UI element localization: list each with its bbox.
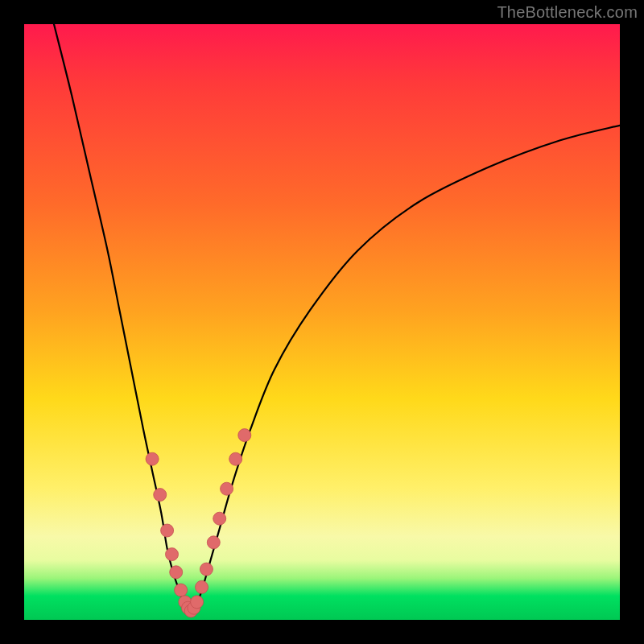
data-marker bbox=[200, 563, 213, 576]
data-marker bbox=[146, 452, 159, 465]
marker-group bbox=[146, 429, 251, 617]
data-marker bbox=[175, 584, 188, 597]
data-marker bbox=[161, 524, 174, 537]
data-marker bbox=[238, 429, 251, 442]
chart-svg bbox=[24, 24, 620, 620]
watermark-text: TheBottleneck.com bbox=[497, 3, 638, 22]
data-marker bbox=[207, 536, 220, 549]
plot-area bbox=[24, 24, 620, 620]
data-marker bbox=[191, 596, 204, 609]
chart-frame: TheBottleneck.com bbox=[0, 0, 644, 644]
curve-right bbox=[191, 126, 620, 614]
data-marker bbox=[221, 482, 233, 495]
data-marker bbox=[196, 580, 208, 593]
data-marker bbox=[154, 489, 167, 502]
data-marker bbox=[166, 548, 179, 561]
data-marker bbox=[170, 566, 183, 579]
data-marker bbox=[213, 512, 226, 525]
data-marker bbox=[229, 452, 242, 465]
